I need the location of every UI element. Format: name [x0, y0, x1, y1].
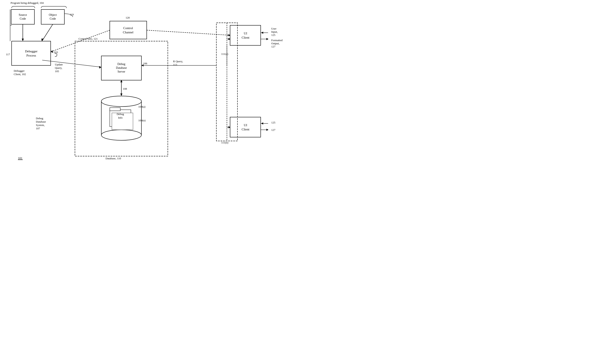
svg-text:Client, 102: Client, 102	[14, 73, 26, 76]
svg-marker-59	[261, 122, 263, 125]
svg-text:Info: Info	[118, 116, 123, 119]
svg-text:101: 101	[18, 157, 22, 160]
svg-text:Query,: Query,	[55, 66, 62, 69]
svg-text:Object: Object	[49, 13, 57, 16]
svg-text:Code: Code	[20, 17, 26, 20]
svg-text:Source: Source	[19, 13, 27, 16]
svg-text:120: 120	[126, 16, 130, 19]
svg-text:Program being debugged, 104: Program being debugged, 104	[11, 1, 44, 4]
svg-marker-33	[22, 39, 24, 41]
svg-text:Database: Database	[116, 66, 127, 69]
svg-marker-35	[41, 39, 44, 41]
svg-text:105: 105	[55, 70, 59, 73]
svg-marker-48	[120, 94, 122, 96]
svg-text:Update: Update	[55, 63, 63, 66]
svg-text:Code: Code	[50, 17, 56, 20]
svg-text:Control Info, 121: Control Info, 121	[78, 37, 98, 40]
svg-text:113: 113	[173, 63, 177, 66]
svg-text:Client: Client	[242, 36, 249, 39]
svg-text:R Query,: R Query,	[173, 60, 183, 63]
svg-text:125: 125	[271, 121, 275, 124]
svg-text:Debug: Debug	[117, 63, 125, 66]
svg-rect-25	[230, 25, 261, 45]
svg-text:111(a): 111(a)	[221, 52, 228, 55]
svg-marker-41	[228, 126, 230, 128]
svg-text:Debug: Debug	[36, 117, 43, 120]
svg-line-38	[147, 30, 230, 35]
svg-text:119: 119	[70, 13, 74, 16]
diagram-svg: Source Code Object Code Debugger Process…	[0, 0, 301, 182]
svg-text:Client: Client	[242, 128, 249, 131]
svg-text:108: 108	[123, 87, 127, 90]
svg-rect-17	[101, 101, 141, 135]
svg-text:Server: Server	[118, 70, 125, 73]
svg-text:127: 127	[271, 45, 275, 48]
svg-text:User: User	[271, 27, 277, 30]
svg-text:127: 127	[271, 128, 275, 131]
svg-marker-49	[120, 80, 122, 82]
diagram: Source Code Object Code Debugger Process…	[0, 0, 301, 182]
svg-text:109(n): 109(n)	[138, 119, 146, 122]
svg-marker-61	[266, 129, 269, 131]
svg-rect-3	[41, 10, 64, 24]
svg-line-34	[42, 24, 53, 41]
svg-text:109(a): 109(a)	[138, 105, 145, 108]
svg-point-18	[101, 96, 141, 107]
svg-rect-12	[75, 41, 168, 156]
svg-text:Debug: Debug	[117, 112, 124, 116]
svg-text:117: 117	[6, 53, 10, 56]
svg-rect-21	[110, 108, 120, 111]
svg-line-36	[51, 30, 110, 52]
svg-rect-20	[110, 110, 131, 127]
svg-text:UI: UI	[244, 32, 247, 35]
svg-marker-53	[266, 38, 269, 40]
svg-text:Output,: Output,	[271, 42, 280, 45]
svg-rect-28	[230, 117, 261, 137]
svg-text:Process: Process	[26, 54, 36, 57]
svg-text:Control: Control	[123, 26, 133, 30]
svg-text:Debugger: Debugger	[14, 69, 25, 72]
svg-rect-0	[11, 10, 34, 24]
svg-text:UI: UI	[244, 123, 247, 127]
svg-marker-51	[261, 32, 263, 34]
svg-marker-45	[141, 64, 143, 66]
svg-text:107: 107	[36, 127, 40, 130]
svg-text:Database, 110: Database, 110	[106, 157, 121, 160]
svg-text:Input,: Input,	[271, 30, 278, 33]
svg-marker-55	[228, 34, 230, 36]
svg-rect-6	[12, 41, 51, 65]
svg-rect-31	[216, 23, 237, 141]
svg-text:125: 125	[271, 33, 275, 36]
svg-text:Database: Database	[36, 120, 46, 123]
svg-marker-37	[51, 50, 53, 53]
svg-text:System,: System,	[36, 123, 45, 127]
svg-text:103: 103	[54, 51, 58, 54]
svg-marker-43	[99, 66, 101, 69]
svg-text:Formatted: Formatted	[271, 39, 283, 42]
svg-marker-57	[228, 38, 230, 40]
svg-line-42	[42, 60, 101, 67]
svg-rect-22	[112, 113, 133, 130]
svg-text:Debugger: Debugger	[25, 50, 37, 53]
svg-rect-9	[110, 21, 147, 39]
svg-text:111(n): 111(n)	[221, 141, 228, 144]
svg-text:106: 106	[143, 62, 147, 65]
svg-point-19	[101, 130, 141, 140]
svg-rect-13	[101, 56, 141, 80]
svg-text:Channel: Channel	[123, 31, 133, 34]
